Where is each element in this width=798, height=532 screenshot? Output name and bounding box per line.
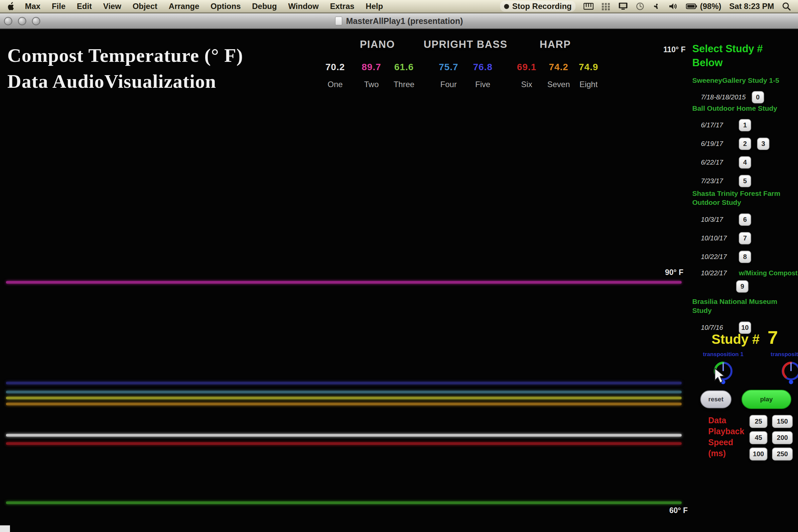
study-row-suffix: w/Mixing Compost <box>739 269 798 277</box>
channel-eight-value[interactable]: 74.9 <box>579 62 598 73</box>
sidebar-header: Select Study # Below <box>692 42 763 70</box>
current-study-indicator: Study # 7 <box>711 326 778 348</box>
menu-item-window[interactable]: Window <box>288 2 319 11</box>
channel-seven-value[interactable]: 74.2 <box>547 62 570 73</box>
channel-three: 61.6Three <box>394 62 415 89</box>
stop-recording-button[interactable]: Stop Recording <box>500 1 576 12</box>
study-date: 10/10/17 <box>701 234 733 242</box>
study-select-button-6[interactable]: 6 <box>739 213 751 226</box>
menu-bar: MaxFileEditViewObjectArrangeOptionsDebug… <box>0 0 798 13</box>
speed-button-200[interactable]: 200 <box>772 431 793 444</box>
transposition-2-label: transposition 2 <box>771 351 798 358</box>
channel-six: 69.1Six <box>517 62 537 89</box>
menu-item-edit[interactable]: Edit <box>77 2 92 11</box>
channel-four-label: Four <box>439 80 458 89</box>
axis-label-110f: 110° F <box>663 45 686 54</box>
speed-label-line1: Data <box>708 415 744 426</box>
page-title: Compost Temperature (° F) Data AudioVisu… <box>7 42 243 94</box>
channel-one: 70.2One <box>325 62 345 89</box>
channel-five-label: Five <box>473 80 493 89</box>
study-row: 10/22/17w/Mixing Compost <box>692 269 798 277</box>
menu-status-area: Stop Recording <box>500 1 791 12</box>
speed-button-25[interactable]: 25 <box>749 415 767 428</box>
transposition-1-label: transposition 1 <box>703 351 743 358</box>
speed-button-grid: 2515045200100250 <box>749 415 793 460</box>
volume-icon[interactable] <box>669 2 678 10</box>
study-name-3: Brasilia National Museum Study <box>692 297 798 315</box>
dial-2-knob-icon[interactable] <box>778 358 798 386</box>
study-select-button-1[interactable]: 1 <box>739 119 751 131</box>
speed-button-150[interactable]: 150 <box>772 415 793 428</box>
reset-button[interactable]: reset <box>700 391 732 408</box>
menu-item-help[interactable]: Help <box>366 2 383 11</box>
channel-two-value[interactable]: 89.7 <box>362 62 381 73</box>
clock-icon[interactable] <box>636 2 644 10</box>
channel-one-label: One <box>325 80 345 89</box>
menu-item-arrange[interactable]: Arrange <box>169 2 199 11</box>
menu-item-debug[interactable]: Debug <box>252 2 277 11</box>
menu-clock[interactable]: Sat 8:23 PM <box>729 2 774 11</box>
study-select-button-5[interactable]: 5 <box>739 175 751 187</box>
menu-item-view[interactable]: View <box>103 2 121 11</box>
study-select-button-3[interactable]: 3 <box>757 138 770 150</box>
sidebar-header-line1: Select Study # <box>692 42 763 56</box>
apple-icon <box>7 2 15 11</box>
study-select-button-0[interactable]: 0 <box>752 91 764 103</box>
spotlight-search-icon[interactable] <box>782 2 791 11</box>
apple-menu[interactable] <box>7 2 15 11</box>
battery-icon <box>686 3 697 9</box>
stop-recording-label: Stop Recording <box>512 2 572 11</box>
zoom-window-button[interactable] <box>32 17 40 25</box>
study-select-button-4[interactable]: 4 <box>739 156 751 169</box>
airport-wifi-icon[interactable] <box>652 2 661 10</box>
midi-keyboard-icon[interactable] <box>584 2 593 10</box>
temp-line-one <box>6 434 682 437</box>
grid-icon[interactable] <box>602 2 610 10</box>
channel-seven: 74.2Seven <box>547 62 570 89</box>
study-row: 7/23/175 <box>692 175 798 187</box>
transport-controls: reset play <box>700 390 791 409</box>
group-header-piano: PIANO <box>360 39 395 51</box>
speed-label-line4: (ms) <box>708 448 744 459</box>
menu-item-max[interactable]: Max <box>25 2 41 11</box>
close-window-button[interactable] <box>4 17 12 25</box>
study-row: 6/17/171 <box>692 119 798 131</box>
document-icon <box>335 17 342 25</box>
channel-seven-label: Seven <box>547 80 570 89</box>
axis-label-90f: 90° F <box>665 268 683 277</box>
study-select-button-9[interactable]: 9 <box>736 280 748 292</box>
page-title-line1: Compost Temperature (° F) <box>7 42 243 69</box>
channel-five-value[interactable]: 76.8 <box>473 62 493 73</box>
study-row: 10/10/177 <box>692 232 798 244</box>
channel-six-value[interactable]: 69.1 <box>517 62 537 73</box>
study-select-button-7[interactable]: 7 <box>739 232 751 244</box>
group-header-harp: HARP <box>540 39 571 51</box>
study-name-0: SweeneyGallery Study 1-5 <box>692 76 798 85</box>
display-icon[interactable] <box>618 2 628 10</box>
study-row: 6/19/1723 <box>692 138 798 150</box>
window-title-bar[interactable]: MasterAllPlay1 (presentation) <box>0 13 798 29</box>
menu-item-options[interactable]: Options <box>210 2 241 11</box>
battery-percent: (98%) <box>700 2 721 11</box>
menu-item-file[interactable]: File <box>52 2 65 11</box>
transposition-dial-2[interactable]: transposition 2 <box>771 351 798 386</box>
study-date: 10/22/17 <box>701 269 733 277</box>
channel-three-value[interactable]: 61.6 <box>394 62 415 73</box>
speed-button-45[interactable]: 45 <box>749 431 767 444</box>
speed-label-line2: Playback <box>708 426 744 437</box>
study-row: 7/18-8/18/20150 <box>692 91 798 103</box>
menu-item-extras[interactable]: Extras <box>330 2 354 11</box>
menu-item-object[interactable]: Object <box>133 2 158 11</box>
temp-line-seven <box>6 403 682 405</box>
study-select-button-8[interactable]: 8 <box>739 251 751 263</box>
study-select-button-2[interactable]: 2 <box>739 138 751 150</box>
channel-one-value[interactable]: 70.2 <box>325 62 345 73</box>
minimize-window-button[interactable] <box>18 17 26 25</box>
speed-button-100[interactable]: 100 <box>749 448 767 460</box>
battery-indicator[interactable]: (98%) <box>686 2 721 11</box>
speed-button-250[interactable]: 250 <box>772 448 793 460</box>
play-button[interactable]: play <box>741 390 791 409</box>
channel-four-value[interactable]: 75.7 <box>439 62 458 73</box>
speed-label-line3: Speed <box>708 437 744 448</box>
window-title: MasterAllPlay1 (presentation) <box>335 16 463 26</box>
